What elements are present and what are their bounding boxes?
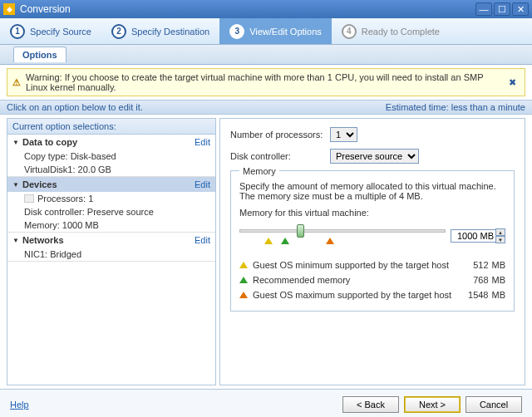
back-button[interactable]: < Back xyxy=(342,396,399,413)
memory-description: Specify the amount of memory allocated t… xyxy=(239,181,505,201)
app-icon: ◆ xyxy=(3,3,15,15)
next-button[interactable]: Next > xyxy=(404,396,461,413)
maximize-button[interactable]: ☐ xyxy=(494,2,510,16)
options-row: Options xyxy=(0,45,532,65)
group-header[interactable]: ▼ Networks Edit xyxy=(7,233,215,248)
slider-track xyxy=(239,229,446,233)
list-item: VirtualDisk1: 20.0 GB xyxy=(24,163,215,176)
list-item: Copy type: Disk-based xyxy=(24,150,215,163)
edit-link[interactable]: Edit xyxy=(195,179,210,189)
tab-options[interactable]: Options xyxy=(13,47,66,62)
eta-label: Estimated time: xyxy=(386,102,449,112)
max-marker-icon xyxy=(326,238,334,244)
list-item: Disk controller: Preserve source xyxy=(24,205,215,218)
list-item: Memory: 1000 MB xyxy=(24,218,215,232)
step-specify-source[interactable]: 1 Specify Source xyxy=(0,18,101,44)
step-view-edit-options[interactable]: 3 View/Edit Options xyxy=(219,18,332,44)
memory-spin-up[interactable]: ▲ xyxy=(495,228,505,236)
edit-link[interactable]: Edit xyxy=(195,235,210,245)
list-item: Processors: 1 xyxy=(24,192,215,205)
triangle-icon xyxy=(239,262,248,268)
wizard-steps: 1 Specify Source 2 Specify Destination 3… xyxy=(0,18,532,45)
cancel-button[interactable]: Cancel xyxy=(466,396,522,413)
main-area: Current option selections: ▼ Data to cop… xyxy=(0,115,532,389)
legend-row-recommended: Recommended memory 768 MB xyxy=(239,272,505,287)
group-name: Devices xyxy=(22,179,195,189)
list-item: NIC1: Bridged xyxy=(24,248,215,261)
memory-legend: Memory xyxy=(239,166,279,176)
step-number-icon: 2 xyxy=(111,24,126,39)
minimize-button[interactable]: — xyxy=(475,2,492,16)
footer: Help < Back Next > Cancel xyxy=(0,389,532,417)
step-label: Specify Source xyxy=(30,27,91,37)
slider-thumb[interactable] xyxy=(297,224,304,238)
edit-link[interactable]: Edit xyxy=(195,137,210,147)
group-devices: ▼ Devices Edit Processors: 1 Disk contro… xyxy=(7,177,215,233)
expand-icon: ▼ xyxy=(12,237,19,244)
warning-icon: ⚠ xyxy=(12,77,21,88)
disk-controller-select[interactable]: Preserve source xyxy=(330,149,419,164)
left-pane: Current option selections: ▼ Data to cop… xyxy=(7,118,216,385)
right-pane: Number of processors: 1 Disk controller:… xyxy=(219,118,525,385)
subheader-hint: Click on an option below to edit it. xyxy=(7,102,386,112)
warning-text: Warning: If you choose to create the tar… xyxy=(26,72,505,92)
warning-close-icon[interactable]: ✖ xyxy=(505,77,520,88)
group-header[interactable]: ▼ Data to copy Edit xyxy=(7,135,215,150)
triangle-icon xyxy=(239,277,248,283)
window-title: Conversion xyxy=(20,3,474,15)
processors-label: Number of processors: xyxy=(230,130,330,140)
processor-icon xyxy=(24,194,34,203)
recommended-marker-icon xyxy=(281,238,289,244)
group-name: Data to copy xyxy=(22,137,195,147)
left-pane-title: Current option selections: xyxy=(7,119,215,135)
group-networks: ▼ Networks Edit NIC1: Bridged xyxy=(7,233,215,262)
min-marker-icon xyxy=(264,238,273,244)
memory-slider-label: Memory for this virtual machine: xyxy=(239,208,505,218)
group-data-to-copy: ▼ Data to copy Edit Copy type: Disk-base… xyxy=(7,135,215,177)
group-name: Networks xyxy=(22,235,195,245)
step-number-icon: 4 xyxy=(342,24,357,39)
expand-icon: ▼ xyxy=(12,139,19,146)
warning-bar: ⚠ Warning: If you choose to create the t… xyxy=(7,68,525,96)
step-label: View/Edit Options xyxy=(249,27,322,37)
memory-fieldset: Memory Specify the amount of memory allo… xyxy=(230,170,515,312)
legend-row-min: Guest OS minimum supported by the target… xyxy=(239,258,505,272)
step-specify-destination[interactable]: 2 Specify Destination xyxy=(101,18,219,44)
eta-value: less than a minute xyxy=(451,102,525,112)
step-number-icon: 1 xyxy=(10,24,25,39)
step-label: Ready to Complete xyxy=(362,27,440,37)
close-button[interactable]: ✕ xyxy=(512,2,529,16)
titlebar: ◆ Conversion — ☐ ✕ xyxy=(0,0,532,18)
memory-slider[interactable] xyxy=(239,223,446,249)
memory-spin-down[interactable]: ▼ xyxy=(495,236,505,243)
subheader: Click on an option below to edit it. Est… xyxy=(0,100,532,115)
help-link[interactable]: Help xyxy=(10,400,29,410)
triangle-icon xyxy=(239,292,248,298)
step-ready-to-complete[interactable]: 4 Ready to Complete xyxy=(332,18,450,44)
legend-row-max: Guest OS maximum supported by the target… xyxy=(239,287,505,302)
step-label: Specify Destination xyxy=(131,27,209,37)
memory-input[interactable] xyxy=(451,229,496,243)
processors-select[interactable]: 1 xyxy=(330,127,357,142)
step-number-icon: 3 xyxy=(229,24,244,39)
expand-icon: ▼ xyxy=(12,181,19,189)
disk-controller-label: Disk controller: xyxy=(230,151,330,161)
group-header[interactable]: ▼ Devices Edit xyxy=(7,177,215,192)
